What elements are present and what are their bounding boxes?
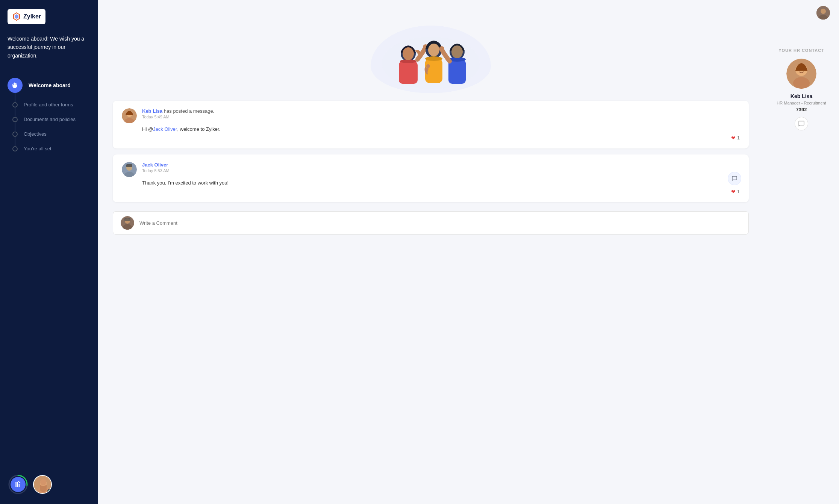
reply-button[interactable] [728,172,741,185]
reply-icon [731,176,738,182]
hr-contact-role: HR Manager - Recruitment [777,101,826,105]
message-author-line-2: Jack Oliver [142,162,740,168]
keb-lisa-avatar-img [122,108,137,123]
top-user-avatar-image [816,6,830,20]
sidebar-item-profile[interactable]: Profile and other forms [8,97,90,112]
nav-dot-documents [12,117,18,122]
illustration-area [113,26,749,93]
message-time-1: Today 5:49 AM [142,115,740,119]
svg-rect-17 [399,61,418,84]
hr-contact-extension: 7392 [796,107,807,112]
like-heart-1[interactable]: ❤ [731,135,736,141]
svg-point-44 [793,77,810,89]
like-heart-2[interactable]: ❤ [731,189,736,195]
svg-point-30 [451,45,463,58]
message-author-line-1: Keb Lisa has posted a message. [142,108,740,114]
hr-contact-avatar [786,59,816,89]
message-footer-1: ❤ 1 [122,135,740,141]
svg-rect-5 [17,482,18,487]
chat-icon [798,120,805,127]
like-count-2: 1 [737,189,740,194]
like-count-1: 1 [737,135,740,141]
jack-oliver-avatar [122,162,137,177]
main-content: Keb Lisa has posted a message. Today 5:4… [98,26,839,504]
comment-box [113,211,749,235]
top-user-avatar[interactable] [816,6,830,20]
hr-contact-avatar-img [786,59,816,89]
message-header-1: Keb Lisa has posted a message. Today 5:4… [122,108,740,123]
logo[interactable]: Zylker [8,9,45,24]
sidebar-item-label-profile: Profile and other forms [24,102,73,107]
jack-oliver-avatar-img [122,162,137,177]
hr-contact-name: Keb Lisa [791,93,812,99]
message-card-2: Jack Oliver Today 5:53 AM Thank you. I'm… [113,154,749,202]
sidebar: Zylker Welcome aboard! We wish you a suc… [0,0,98,504]
sidebar-item-documents[interactable]: Documents and policies [8,112,90,127]
messages-container: Keb Lisa has posted a message. Today 5:4… [113,101,749,202]
hr-contact-panel: YOUR HR CONTACT Keb Lisa HR Manager - Re… [764,26,839,504]
sidebar-item-label-welcome: Welcome aboard [29,82,71,88]
svg-point-10 [40,479,46,485]
zylker-logo-icon [12,12,21,21]
sidebar-nav: Welcome aboard Profile and other forms D… [8,73,90,156]
nav-line-4 [15,136,15,146]
sidebar-bottom [8,466,90,495]
checklist-icon [14,481,22,488]
svg-point-13 [821,9,826,14]
svg-point-23 [426,64,430,68]
nav-dot-objectives [12,132,18,137]
message-meta-2: Jack Oliver Today 5:53 AM [142,162,740,173]
sidebar-hr-avatar [33,475,52,494]
comment-user-avatar-img [121,216,134,230]
svg-rect-25 [448,59,466,84]
nav-line-1 [15,93,15,102]
nav-line-2 [15,107,15,117]
svg-rect-6 [19,484,20,487]
svg-rect-41 [124,218,130,221]
sidebar-item-label-allset: You're all set [24,146,51,151]
progress-indicator [8,474,29,495]
svg-rect-37 [126,164,132,167]
team-illustration [378,33,483,93]
hr-chat-button[interactable] [795,117,808,130]
team-illustration-bg [371,26,491,93]
online-indicator [47,489,51,493]
message-time-2: Today 5:53 AM [142,168,740,173]
hr-contact-label: YOUR HR CONTACT [778,48,824,53]
svg-rect-4 [15,482,17,487]
svg-point-27 [439,46,444,51]
message-card-1: Keb Lisa has posted a message. Today 5:4… [113,101,749,148]
svg-marker-1 [15,14,18,19]
jack-oliver-mention[interactable]: Jack Oliver [153,126,177,132]
keb-lisa-name[interactable]: Keb Lisa [142,108,162,114]
sidebar-welcome-text: Welcome aboard! We wish you a successful… [8,35,90,60]
sidebar-item-welcome[interactable]: Welcome aboard [8,73,90,97]
feed-area: Keb Lisa has posted a message. Today 5:4… [98,26,764,504]
message-footer-2: ❤ 1 [122,189,740,195]
nav-dot-profile [12,102,18,107]
comment-user-avatar [121,216,134,230]
nav-line-3 [15,122,15,131]
message-header-2: Jack Oliver Today 5:53 AM [122,162,740,177]
sidebar-item-objectives[interactable]: Objectives [8,127,90,141]
hand-wave-icon [12,82,18,89]
comment-input[interactable] [139,220,741,226]
message-body-1: Hi @Jack Oliver, welcome to Zylker. [122,126,740,132]
jack-oliver-name[interactable]: Jack Oliver [142,162,168,168]
progress-avatar-icon [11,477,26,492]
sidebar-item-label-documents: Documents and policies [24,117,76,122]
keb-lisa-avatar [122,108,137,123]
main-header [98,0,839,26]
message-action-1: has posted a message. [164,108,214,114]
svg-point-29 [428,44,439,56]
svg-point-28 [403,47,414,60]
main-area: Keb Lisa has posted a message. Today 5:4… [98,0,839,504]
message-meta-1: Keb Lisa has posted a message. Today 5:4… [142,108,740,119]
nav-dot-welcome [8,78,23,93]
message-body-2: Thank you. I'm excited to work with you! [122,180,740,186]
sidebar-item-label-objectives: Objectives [24,131,47,137]
nav-dot-allset [12,146,18,151]
svg-point-22 [425,56,442,61]
logo-text: Zylker [23,13,41,20]
sidebar-item-allset[interactable]: You're all set [8,141,90,156]
